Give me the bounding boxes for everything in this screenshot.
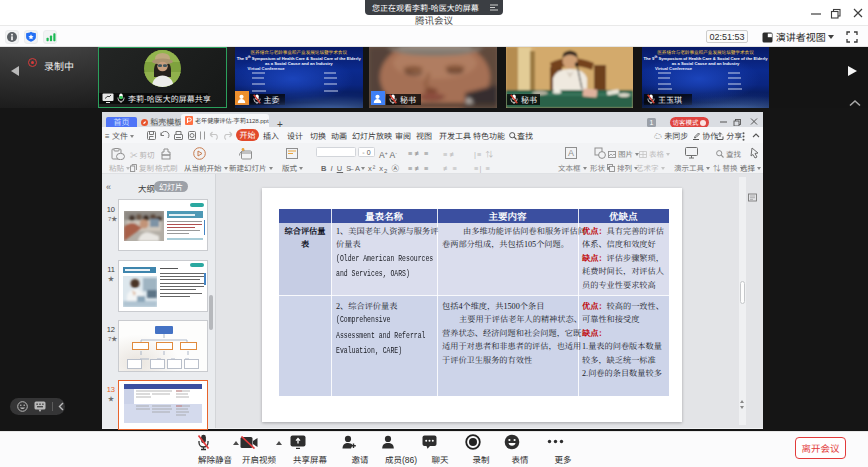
svg-text:A: A — [568, 148, 574, 158]
